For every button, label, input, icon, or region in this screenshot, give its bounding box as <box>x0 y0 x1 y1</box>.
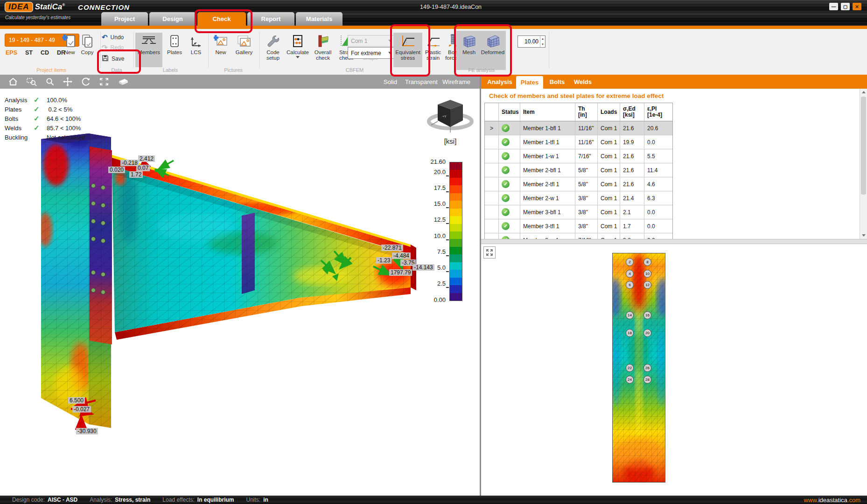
table-row[interactable]: Member 1-tfl 1 11/16" Com 1 19.9 0.0 <box>485 135 672 149</box>
cell-th: 7/16" <box>575 149 598 163</box>
spinner-up-icon[interactable]: ▲ <box>540 36 545 42</box>
bolt-marker[interactable]: 14 <box>626 311 634 319</box>
header-epl[interactable]: ε,Pl[1e-4] <box>644 103 671 121</box>
fit-view-icon[interactable] <box>99 77 109 86</box>
bolt-marker[interactable]: 16 <box>643 311 651 319</box>
results-tab-bolts[interactable]: Bolts <box>547 75 567 89</box>
copy-project-item-button[interactable]: Copy <box>77 33 98 67</box>
deformed-scale-input[interactable] <box>518 36 540 47</box>
header-th[interactable]: Th[in] <box>575 103 598 121</box>
group-label-project-items: Project items <box>19 67 84 73</box>
legend-tick: 21.60 <box>417 158 446 165</box>
table-row[interactable]: Member 1-w 1 7/16" Com 1 21.6 5.5 <box>485 149 672 163</box>
plate-detail-view[interactable]: 2 8 4 10 6 12 14 16 18 20 22 26 24 28 <box>612 253 665 483</box>
bolt-marker[interactable]: 10 <box>643 270 651 278</box>
mode-eps[interactable]: EPS <box>6 49 17 56</box>
load-combination-select[interactable]: Com 1 <box>348 35 394 47</box>
view-mode-transparent[interactable]: Transparent <box>405 75 438 89</box>
plastic-strain-toggle[interactable]: Plastic strain <box>421 33 445 67</box>
beam-member[interactable] <box>112 155 416 340</box>
deformed-scale-spinner[interactable]: ▲ ▼ <box>517 35 545 48</box>
equivalent-stress-toggle[interactable]: Equivalent stress <box>393 33 422 67</box>
bolt-marker[interactable]: 12 <box>643 281 651 289</box>
minimize-button[interactable]: — <box>829 3 838 10</box>
view-mode-wireframe[interactable]: Wireframe <box>442 75 470 89</box>
expand-plate-view-button[interactable] <box>483 246 496 259</box>
pan-icon[interactable] <box>63 77 73 87</box>
undo-button[interactable]: Undo <box>102 33 124 42</box>
tab-report[interactable]: Report <box>247 12 294 26</box>
spinner-down-icon[interactable]: ▼ <box>540 42 545 47</box>
code-setup-button[interactable]: Code setup <box>262 33 284 67</box>
table-row[interactable]: Member 2-bfl 1 5/8" Com 1 21.6 11.4 <box>485 163 672 177</box>
bolt-marker[interactable]: 24 <box>626 376 634 384</box>
calculate-button[interactable]: Calculate <box>286 33 310 67</box>
deformed-toggle[interactable]: Deformed <box>481 33 505 67</box>
header-item[interactable]: Item <box>520 103 575 121</box>
table-row[interactable]: Member 3-tfl 1 3/8" Com 1 1.7 0.0 <box>485 219 672 233</box>
labels-members-toggle[interactable]: Members <box>135 33 162 67</box>
mode-cd[interactable]: CD <box>41 49 49 56</box>
tab-design[interactable]: Design <box>149 12 196 26</box>
redo-icon <box>102 43 108 52</box>
bolt-marker[interactable]: 8 <box>643 258 651 266</box>
3d-viewport[interactable]: Analysis✓100.0% Plates✓ 0.2 < 5% Bolts✓6… <box>0 89 480 496</box>
home-view-icon[interactable] <box>8 77 18 86</box>
3d-connection-scene[interactable] <box>0 89 480 496</box>
table-scrollbar[interactable] <box>860 89 867 239</box>
tab-project[interactable]: Project <box>101 12 148 26</box>
tab-check[interactable]: Check <box>197 12 246 26</box>
scroll-down-icon[interactable] <box>860 232 867 239</box>
bolt-marker[interactable]: 20 <box>643 329 651 337</box>
extreme-filter-select[interactable]: For extreme <box>348 47 394 59</box>
picture-gallery-button[interactable]: Gallery <box>232 33 256 67</box>
cell-epl: 6.3 <box>644 191 671 205</box>
results-tab-plates[interactable]: Plates <box>516 76 543 89</box>
scroll-up-icon[interactable] <box>860 89 867 96</box>
tab-materials[interactable]: Materials <box>296 12 343 26</box>
website-link[interactable]: www.ideastatica.com <box>804 497 860 504</box>
overall-check-icon <box>316 33 330 49</box>
header-status[interactable]: Status <box>499 103 520 121</box>
table-row[interactable]: Member 3-bfl 1 3/8" Com 1 2.1 0.0 <box>485 205 672 219</box>
cube-axis-label: +Y <box>442 115 447 118</box>
check-summary: Analysis✓100.0% Plates✓ 0.2 < 5% Bolts✓6… <box>5 95 85 142</box>
mesh-toggle[interactable]: Mesh <box>458 33 480 67</box>
bolt-marker[interactable]: 28 <box>643 376 651 384</box>
bolt-marker[interactable]: 6 <box>626 281 634 289</box>
labels-lcs-toggle[interactable]: LCS <box>187 33 205 67</box>
zoom-window-icon[interactable] <box>26 77 37 86</box>
picture-new-button[interactable]: New <box>211 33 231 67</box>
table-row[interactable]: Member 2-w 1 3/8" Com 1 21.4 6.3 <box>485 191 672 205</box>
solid-slab-icon[interactable] <box>117 77 129 86</box>
header-loads[interactable]: Loads <box>598 103 620 121</box>
header-sed[interactable]: σ,Ed[ksi] <box>620 103 644 121</box>
table-row[interactable]: Member 2-tfl 1 5/8" Com 1 21.6 4.6 <box>485 177 672 191</box>
bolt-marker[interactable]: 22 <box>626 364 634 372</box>
results-tab-welds[interactable]: Welds <box>571 75 594 89</box>
view-mode-solid[interactable]: Solid <box>384 75 397 89</box>
orientation-cube[interactable]: +Y <box>425 92 476 137</box>
calculate-dropdown-icon[interactable] <box>296 56 300 58</box>
overall-check-button[interactable]: Overall check <box>312 33 334 67</box>
close-button[interactable]: ✕ <box>853 3 861 10</box>
cell-th: 3/8" <box>575 191 598 205</box>
save-button[interactable]: Save <box>102 54 124 63</box>
bolt-marker[interactable]: 26 <box>643 364 651 372</box>
bolt-marker[interactable]: 18 <box>626 329 634 337</box>
bolt-marker[interactable]: 4 <box>626 270 634 278</box>
labels-plates-toggle[interactable]: Plates <box>164 33 185 67</box>
mode-st[interactable]: ST <box>25 49 33 56</box>
results-tab-analysis[interactable]: Analysis <box>485 75 514 89</box>
panel-splitter[interactable] <box>481 239 867 244</box>
header-cursor <box>485 103 499 121</box>
window-title: 149-19-487-49.ideaCon <box>420 4 482 10</box>
rotate-icon[interactable] <box>81 77 91 86</box>
maximize-button[interactable]: ▢ <box>841 3 850 10</box>
zoom-icon[interactable] <box>45 77 55 86</box>
redo-button[interactable]: Redo <box>102 43 124 52</box>
table-row[interactable]: > Member 1-bfl 1 11/16" Com 1 21.6 20.6 <box>485 121 672 135</box>
bolt-marker[interactable]: 2 <box>626 258 634 266</box>
end-plate[interactable] <box>90 147 112 344</box>
scrollbar-thumb[interactable] <box>861 97 866 195</box>
